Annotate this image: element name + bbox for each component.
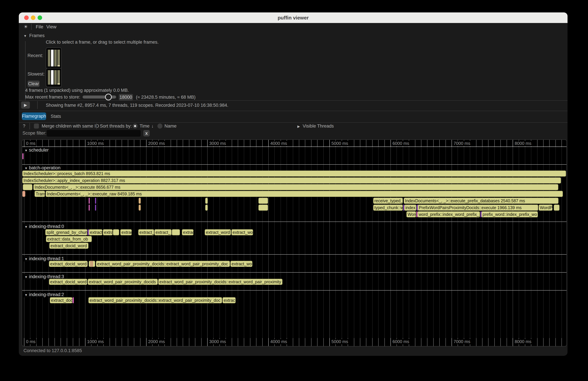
scope-bar[interactable] [95, 198, 96, 204]
frame-bar[interactable] [48, 70, 50, 85]
sort-time-label[interactable]: Time [140, 124, 149, 129]
section-divider [22, 222, 567, 222]
scope-bar[interactable]: extrac [223, 297, 236, 303]
frame-bar[interactable] [48, 50, 50, 66]
minimize-window-button[interactable] [31, 15, 35, 20]
scope-bar[interactable]: extract [89, 229, 102, 235]
frame-bar[interactable] [51, 70, 54, 85]
flamegraph-canvas[interactable]: 0 ms0 ms1000 ms1000 ms2000 ms2000 ms3000… [22, 139, 567, 346]
scope-bar[interactable] [89, 198, 90, 204]
scope-bar[interactable]: Trans [35, 191, 45, 197]
scope-bar[interactable] [22, 153, 23, 159]
ruler-label: 8000 ms [514, 339, 532, 344]
scope-bar[interactable]: extract::data_from_ob [46, 236, 92, 242]
theme-toggle-icon[interactable]: ☀ [24, 23, 28, 31]
scope-filter-input[interactable] [47, 130, 141, 137]
sort-name-label[interactable]: Name [165, 124, 177, 129]
visible-threads-header[interactable]: ▶ Visible Threads [297, 124, 334, 129]
scope-bar[interactable] [139, 198, 141, 204]
scope-bar[interactable]: extract_word_pair_proximity_docids::extr… [96, 261, 230, 267]
scope-bar[interactable]: PrefixWordPairsProximityDocids::execute … [418, 205, 538, 211]
ruler-tick [549, 338, 549, 346]
scope-bar[interactable]: extract_word_pair_proximity_docids::extr… [88, 297, 222, 303]
frame-bar[interactable] [51, 50, 54, 66]
scope-bar[interactable] [205, 198, 208, 204]
scope-bar[interactable]: extract_docid_word [49, 279, 87, 285]
sort-direction-arrow-icon[interactable]: ↓ [151, 124, 154, 129]
scope-bar[interactable]: IndexScheduler>::process_batch 8953.821 … [22, 170, 566, 177]
scope-bar[interactable]: Word [406, 211, 416, 217]
scope-bar[interactable] [90, 261, 91, 267]
scope-bar[interactable]: extract_word_pair_proximity_docids [88, 279, 158, 285]
ruler-tick [452, 338, 452, 346]
scope-bar[interactable]: typed_chunk::w [373, 205, 403, 211]
scope-bar[interactable]: index [404, 205, 416, 211]
scope-bar[interactable]: IndexDocuments<_, _>::execute 8656.677 m… [33, 184, 558, 190]
scope-bar[interactable]: split_grenad_by_chun [45, 229, 87, 235]
scope-bar[interactable]: extract_ [138, 229, 154, 235]
scope-bar[interactable] [113, 229, 119, 235]
scope-bar[interactable]: extract_docid_word [49, 261, 88, 267]
menu-file[interactable]: File [36, 23, 43, 31]
sort-time-radio[interactable] [133, 124, 138, 128]
collapsed-triangle-icon: ▶ [297, 125, 300, 128]
thread-header-indexing-thread:0[interactable]: ▼indexing-thread:0 [23, 224, 66, 229]
scope-bar[interactable] [205, 205, 208, 211]
scope-bar[interactable]: IndexDocuments<_, _>::execute_raw 8459.1… [46, 191, 563, 197]
maximize-window-button[interactable] [38, 15, 42, 20]
menu-view[interactable]: View [46, 23, 56, 31]
scope-bar[interactable] [89, 205, 90, 211]
scope-bar[interactable] [258, 205, 268, 211]
merge-children-checkbox[interactable] [34, 124, 39, 128]
max-frames-slider-knob[interactable] [105, 94, 112, 100]
scope-bar[interactable]: extract_word [205, 229, 231, 235]
scope-bar[interactable]: prefix_word::index_prefix_wo [482, 211, 538, 217]
scope-bar[interactable] [92, 261, 93, 267]
scope-bar[interactable]: IndexDocuments<_, _>::execute_prefix_dat… [404, 198, 558, 204]
scope-bar[interactable] [88, 229, 89, 235]
frames-collapse-header[interactable]: ▼ Frames [23, 33, 45, 38]
scope-bar[interactable] [139, 205, 141, 211]
frame-bar[interactable] [57, 50, 60, 66]
scope-bar[interactable]: receive_typed_ [373, 198, 403, 204]
slowest-frames-thumbnail[interactable] [46, 68, 62, 87]
close-window-button[interactable] [24, 15, 29, 20]
scope-bar[interactable] [172, 229, 180, 235]
scope-bar[interactable]: extrac [120, 229, 132, 235]
scope-bar[interactable]: WordPr [539, 205, 552, 211]
scope-bar[interactable]: extract_word_pair_proximity_docids::extr… [158, 279, 282, 285]
scope-bar[interactable] [22, 191, 25, 197]
tab-stats[interactable]: Stats [51, 114, 61, 119]
scope-bar[interactable]: extract_wo [231, 229, 253, 235]
thread-header-batch-operation[interactable]: ▼batch-operation [23, 165, 62, 171]
clear-filter-button[interactable]: x [143, 130, 150, 136]
max-frames-value[interactable]: 18000 [119, 94, 133, 100]
scope-bar[interactable]: extract [182, 229, 193, 235]
help-button[interactable]: ? [23, 124, 25, 129]
scope-bar[interactable]: extract_ [154, 229, 171, 235]
scope-bar[interactable] [416, 211, 418, 217]
sort-name-radio[interactable] [157, 124, 162, 128]
scope-bar[interactable]: extra [103, 229, 113, 235]
scope-bar[interactable] [23, 184, 32, 190]
thread-header-indexing-thread:2[interactable]: ▼indexing-thread:2 [23, 292, 66, 297]
scope-bar[interactable]: extract_wo [231, 261, 252, 267]
scope-bar[interactable]: extract_doc [50, 297, 72, 303]
play-button[interactable]: ▶ [21, 102, 30, 109]
scope-bar[interactable] [95, 205, 96, 211]
ruler-tick [445, 140, 446, 147]
scope-bar[interactable] [258, 198, 268, 204]
scope-bar[interactable] [554, 205, 560, 211]
frame-bar[interactable] [54, 50, 57, 66]
scope-bar[interactable] [72, 297, 74, 303]
frame-bar[interactable] [57, 70, 60, 85]
merge-children-label[interactable]: Merge children with same ID [42, 124, 99, 129]
thread-header-scheduler[interactable]: ▼scheduler [23, 147, 50, 153]
scope-bar[interactable]: word_prefix::index_word_prefix_ [418, 211, 480, 217]
scope-bar[interactable]: IndexScheduler>::apply_index_operation 8… [22, 177, 561, 183]
frame-bar[interactable] [54, 70, 57, 85]
scope-bar[interactable]: extract_docid_word [49, 243, 88, 249]
clear-button[interactable]: Clear [27, 81, 40, 87]
recent-frames-thumbnail[interactable] [46, 47, 62, 69]
tab-flamegraph[interactable]: Flamegraph [22, 112, 46, 120]
